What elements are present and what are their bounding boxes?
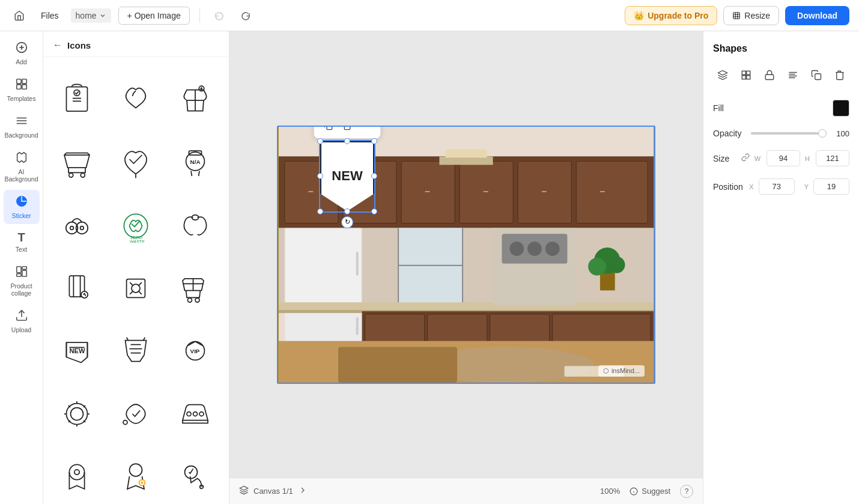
arrange-button[interactable] <box>736 65 755 85</box>
selected-sticker[interactable]: NEW ↻ <box>319 140 375 213</box>
resize-handle-ml[interactable] <box>317 173 323 179</box>
back-button[interactable]: ← <box>53 40 62 50</box>
list-item[interactable] <box>108 376 163 435</box>
svg-rect-121 <box>815 74 821 80</box>
tool-templates[interactable]: Templates <box>4 73 40 107</box>
list-item[interactable] <box>168 439 223 498</box>
size-h-input[interactable] <box>816 150 849 166</box>
tool-product-collage[interactable]: Product collage <box>4 260 40 302</box>
home-icon-btn[interactable] <box>10 6 29 25</box>
download-button[interactable]: Download <box>785 6 849 25</box>
suggest-button[interactable]: Suggest <box>630 487 670 496</box>
svg-point-106 <box>363 126 365 126</box>
list-item[interactable] <box>108 251 163 310</box>
lock-button[interactable] <box>760 65 779 85</box>
list-item[interactable] <box>168 251 223 310</box>
svg-rect-7 <box>22 85 26 89</box>
svg-rect-4 <box>16 79 20 83</box>
list-item[interactable] <box>49 439 105 498</box>
list-item[interactable] <box>49 126 105 184</box>
svg-text:VIP: VIP <box>190 348 199 355</box>
canvas-nav-icon[interactable] <box>298 485 308 497</box>
opacity-slider-thumb[interactable] <box>818 129 827 138</box>
pos-x-input[interactable] <box>759 178 795 195</box>
link-icon[interactable] <box>741 153 750 163</box>
tool-add[interactable]: Add <box>4 36 40 70</box>
list-item[interactable] <box>168 376 223 435</box>
resize-handle-tm[interactable] <box>344 138 350 144</box>
canvas-bottom-bar: Canvas 1/1 100% Suggest ? <box>229 478 703 504</box>
right-panel: Shapes Fill <box>703 31 859 504</box>
layers-order-button[interactable] <box>713 65 732 85</box>
fill-row: Fill <box>713 100 849 117</box>
rotate-handle[interactable]: ↻ <box>341 216 353 228</box>
undo-button[interactable] <box>210 6 229 25</box>
list-item[interactable] <box>49 63 105 122</box>
svg-point-98 <box>588 257 606 275</box>
list-item[interactable] <box>108 439 163 498</box>
delete-panel-button[interactable] <box>831 65 849 85</box>
list-item[interactable] <box>108 314 163 372</box>
pos-y-label: Y <box>804 183 809 190</box>
list-item[interactable]: NEW <box>49 314 105 372</box>
svg-point-54 <box>130 464 142 476</box>
list-item[interactable] <box>49 251 105 310</box>
tool-sticker[interactable]: Sticker <box>4 190 40 224</box>
svg-rect-67 <box>308 190 313 192</box>
svg-rect-90 <box>338 347 457 382</box>
redo-button[interactable] <box>236 6 255 25</box>
list-item[interactable]: VIP <box>168 314 223 372</box>
resize-handle-tr[interactable] <box>371 138 377 144</box>
ai-background-icon <box>15 151 28 166</box>
text-icon: T <box>17 231 25 243</box>
open-image-button[interactable]: + Open Image <box>118 7 190 25</box>
size-w-label: W <box>754 155 760 162</box>
svg-rect-0 <box>733 12 740 19</box>
duplicate-button[interactable] <box>319 126 337 135</box>
tool-ai-background[interactable]: AI Background <box>4 146 40 187</box>
svg-rect-14 <box>22 270 26 276</box>
svg-point-38 <box>187 298 192 302</box>
pos-y-input[interactable] <box>813 178 849 195</box>
svg-point-48 <box>123 420 127 424</box>
divider <box>199 8 200 23</box>
align-button[interactable] <box>784 65 803 85</box>
svg-text:WASTE: WASTE <box>130 240 145 243</box>
resize-handle-bl[interactable] <box>317 208 323 214</box>
list-item[interactable] <box>49 189 105 247</box>
delete-button[interactable] <box>338 126 356 135</box>
list-item[interactable]: ZERO WASTE <box>108 189 163 247</box>
resize-handle-mr[interactable] <box>371 173 377 179</box>
svg-marker-111 <box>718 71 727 76</box>
list-item[interactable] <box>168 63 223 122</box>
resize-handle-tl[interactable] <box>317 138 323 144</box>
home-dropdown[interactable]: home <box>71 8 111 23</box>
list-item[interactable]: N/A <box>168 126 223 184</box>
list-item[interactable] <box>108 126 163 184</box>
icons-panel-header: ← Icons <box>43 31 229 57</box>
layers-icon <box>239 485 249 497</box>
tool-text[interactable]: T Text <box>4 226 40 258</box>
list-item[interactable] <box>108 63 163 122</box>
files-button[interactable]: Files <box>36 8 64 23</box>
svg-point-107 <box>366 126 368 126</box>
list-item[interactable] <box>168 189 223 247</box>
more-button[interactable] <box>357 126 375 135</box>
opacity-slider[interactable] <box>751 132 827 135</box>
list-item[interactable] <box>49 376 105 435</box>
tool-upload[interactable]: Upload <box>4 304 40 338</box>
icons-panel: ← Icons <box>43 31 229 504</box>
resize-button[interactable]: Resize <box>723 6 779 25</box>
help-button[interactable]: ? <box>680 485 693 498</box>
canvas-container[interactable]: NEW ↻ <box>229 31 703 478</box>
resize-handle-bm[interactable] <box>344 208 350 214</box>
canvas-image[interactable]: NEW ↻ <box>277 126 655 384</box>
size-w-input[interactable] <box>766 150 800 166</box>
crown-icon: 👑 <box>634 11 644 20</box>
fill-color-swatch[interactable] <box>833 100 849 117</box>
watermark: ⬡ insMind... <box>598 365 645 377</box>
resize-handle-br[interactable] <box>371 208 377 214</box>
upgrade-button[interactable]: 👑 Upgrade to Pro <box>625 6 717 25</box>
copy-button[interactable] <box>807 65 826 85</box>
tool-background[interactable]: Background <box>4 109 40 144</box>
